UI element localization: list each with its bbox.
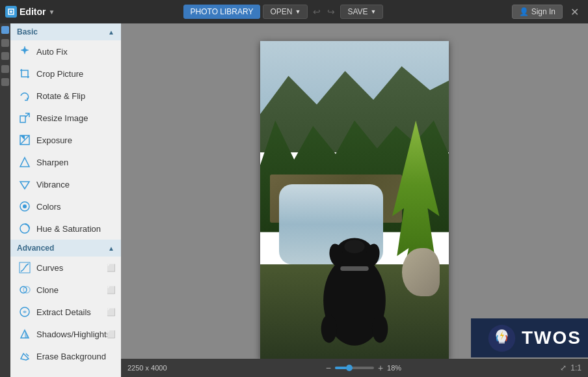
- save-button[interactable]: SAVE ▼: [340, 5, 383, 19]
- zoom-in-button[interactable]: +: [378, 363, 383, 373]
- actual-size-button[interactable]: 1:1: [570, 363, 581, 372]
- twos-text: TWOS: [522, 328, 581, 348]
- tool-item-crop-picture[interactable]: Crop Picture: [10, 63, 121, 85]
- zoom-slider[interactable]: [335, 367, 374, 369]
- tool-item-clone[interactable]: Clone ⬜: [10, 279, 121, 301]
- image-container: [260, 41, 449, 360]
- advanced-section-label: Advanced: [17, 244, 54, 253]
- photo-display: [260, 41, 449, 360]
- sidebar-icon-1[interactable]: [1, 26, 9, 34]
- rotate-flip-icon: [18, 89, 31, 102]
- sidebar-icon-4[interactable]: [1, 65, 9, 73]
- app-icon: [5, 6, 17, 18]
- tool-item-resize-image[interactable]: Resize Image: [10, 107, 121, 129]
- tool-item-erase-background[interactable]: Erase Background: [10, 345, 121, 367]
- signin-button[interactable]: 👤 Sign In: [512, 5, 563, 19]
- tool-item-curves[interactable]: Curves ⬜: [10, 257, 121, 279]
- canvas-area: TWOS 2250 x 4000 − + 18% ⤢ 1:1: [121, 23, 588, 377]
- curves-label: Curves: [36, 263, 63, 273]
- auto-fix-icon: [18, 45, 31, 58]
- shadows-highlights-icon: [18, 328, 31, 341]
- tool-item-exposure[interactable]: Exposure: [10, 129, 121, 151]
- topbar-left: Editor ▼: [5, 6, 55, 18]
- zoom-percentage: 18%: [387, 364, 401, 372]
- auto-fix-label: Auto Fix: [36, 47, 68, 57]
- photo-library-button[interactable]: PHOTO LIBRARY: [183, 5, 261, 19]
- hue-saturation-icon: [18, 222, 31, 235]
- sidebar-icon-2[interactable]: [1, 39, 9, 47]
- save-caret-icon: ▼: [371, 8, 377, 15]
- exposure-label: Exposure: [36, 135, 72, 145]
- tool-item-shadows-highlights[interactable]: Shadows/Highlights ⬜: [10, 323, 121, 345]
- tool-item-auto-fix[interactable]: Auto Fix: [10, 40, 121, 63]
- tool-item-rotate-flip[interactable]: Rotate & Flip: [10, 85, 121, 107]
- sidebar-icon-3[interactable]: [1, 52, 9, 60]
- svg-rect-0: [20, 116, 25, 122]
- extract-details-icon: [18, 305, 31, 318]
- svg-rect-19: [499, 341, 505, 343]
- erase-background-label: Erase Background: [36, 352, 106, 361]
- canvas-bottom-right: ⤢ 1:1: [560, 363, 581, 372]
- clone-icon: [18, 283, 31, 296]
- resize-image-icon: [18, 111, 31, 124]
- svg-point-3: [23, 204, 27, 208]
- vibrance-icon: [18, 178, 31, 191]
- twos-badge: TWOS: [471, 318, 588, 357]
- sharpen-label: Sharpen: [36, 158, 68, 167]
- sidebar-icon-5[interactable]: [1, 78, 9, 86]
- extract-details-label: Extract Details: [36, 307, 91, 317]
- svg-rect-15: [340, 266, 369, 271]
- fit-screen-button[interactable]: ⤢: [560, 363, 567, 372]
- topbar-right: 👤 Sign In ✕: [512, 5, 583, 20]
- shadows-highlights-label: Shadows/Highlights: [36, 329, 111, 339]
- curves-icon: [18, 261, 31, 274]
- extract-lock-icon: ⬜: [107, 308, 116, 316]
- clone-lock-icon: ⬜: [107, 286, 116, 294]
- topbar-center: PHOTO LIBRARY OPEN ▼ ↩ ↪ SAVE ▼: [183, 5, 384, 19]
- tool-item-extract-details[interactable]: Extract Details ⬜: [10, 301, 121, 323]
- rotate-flip-label: Rotate & Flip: [36, 91, 85, 101]
- crop-picture-icon: [18, 67, 31, 80]
- tool-item-vibrance[interactable]: Vibrance: [10, 173, 121, 195]
- colors-label: Colors: [36, 202, 61, 212]
- undo-button[interactable]: ↩: [310, 5, 323, 18]
- clone-label: Clone: [36, 285, 59, 295]
- sharpen-icon: [18, 156, 31, 169]
- resize-image-label: Resize Image: [36, 113, 88, 123]
- main-area: Basic ▲ Auto Fix Crop Picture Rotate & F…: [0, 23, 588, 377]
- icon-sidebar: [0, 23, 10, 377]
- hue-saturation-label: Hue & Saturation: [36, 224, 101, 234]
- editor-title: Editor ▼: [20, 7, 55, 17]
- tool-item-colors[interactable]: Colors: [10, 195, 121, 217]
- close-button[interactable]: ✕: [567, 5, 583, 20]
- tool-item-hue-saturation[interactable]: Hue & Saturation: [10, 217, 121, 240]
- zoom-slider-thumb[interactable]: [346, 365, 353, 371]
- open-button[interactable]: OPEN ▼: [263, 5, 308, 19]
- advanced-section-caret-icon: ▲: [108, 245, 114, 252]
- crop-picture-label: Crop Picture: [36, 69, 83, 79]
- zoom-out-button[interactable]: −: [326, 363, 331, 373]
- erase-background-icon: [18, 350, 31, 363]
- editor-dropdown-icon[interactable]: ▼: [48, 8, 55, 16]
- basic-section-header[interactable]: Basic ▲: [10, 23, 121, 40]
- svg-point-17: [372, 314, 388, 343]
- advanced-section-header[interactable]: Advanced ▲: [10, 240, 121, 257]
- shadows-lock-icon: ⬜: [107, 330, 116, 339]
- exposure-icon: [18, 133, 31, 147]
- redo-button[interactable]: ↪: [325, 5, 338, 18]
- dog-silhouette: [298, 184, 411, 360]
- zoom-controls: − + 18%: [326, 363, 401, 373]
- twos-logo-icon: [487, 324, 516, 353]
- colors-icon: [18, 200, 31, 213]
- zoom-slider-fill: [335, 367, 347, 369]
- svg-point-12: [344, 240, 364, 253]
- svg-point-16: [321, 314, 337, 343]
- image-dimensions: 2250 x 4000: [127, 364, 167, 372]
- undo-redo-group: ↩ ↪: [310, 5, 338, 18]
- user-icon: 👤: [519, 7, 529, 16]
- tool-item-sharpen[interactable]: Sharpen: [10, 151, 121, 173]
- basic-section-caret-icon: ▲: [108, 29, 114, 36]
- basic-section-label: Basic: [17, 27, 38, 36]
- svg-line-9: [26, 354, 29, 356]
- vibrance-label: Vibrance: [36, 180, 70, 189]
